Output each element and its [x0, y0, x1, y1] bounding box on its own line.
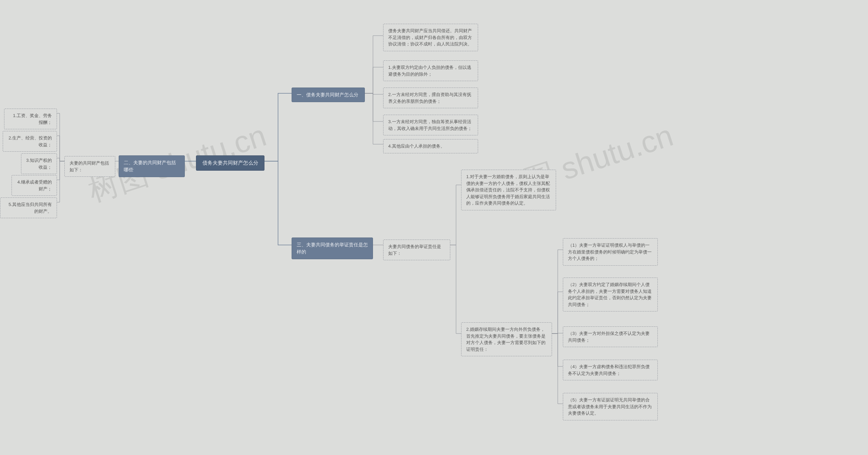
branch1-item-1: 1.夫妻双方约定由个人负担的债务，但以逃避债务为目的的除外；	[383, 60, 478, 81]
branch2-item-1: 2.生产、经营、投资的收益；	[3, 131, 57, 152]
branch2-item-0: 1.工资、奖金、劳务报酬；	[4, 109, 57, 129]
branch3-sub2-4: （5）夫妻一方有证据证明无共同举债的合意或者该债务未用于夫妻共同生活的不作为夫妻…	[563, 393, 658, 420]
branch3-item-1: 2.婚姻存续期间夫妻一方向外所负债务，首先推定为夫妻共同债务，要主张债务是对方个…	[461, 322, 552, 356]
branch2-item-2: 3.知识产权的收益；	[21, 153, 57, 174]
root-node[interactable]: 债务夫妻共同财产怎么分	[196, 155, 264, 171]
branch3-sub2-3: （4）夫妻一方虚构债务和违法犯罪所负债务不认定为夫妻共同债务；	[563, 360, 658, 380]
branch1-item-0: 债务夫妻共同财产应当共同偿还。共同财产不足清偿的，或财产归各自所有的，由双方协议…	[383, 24, 478, 51]
branch3-sub2-2: （3）夫妻一方对外担保之债不认定为夫妻共同债务；	[563, 326, 658, 347]
mindmap-canvas: 树图 shutu.cn 树图 shutu.cn 债务夫妻共同财产怎么分 一、债务…	[0, 0, 868, 455]
branch-2[interactable]: 二、夫妻的共同财产包括哪些	[119, 155, 185, 177]
branch2-item-3: 4.继承或者受赠的财产；	[12, 175, 57, 196]
branch1-item-4: 4.其他应由个人承担的债务。	[383, 139, 478, 153]
branch1-item-2: 2.一方未经对方同意，擅自资助与其没有抚养义务的亲朋所负的债务；	[383, 88, 478, 108]
branch3-item-0: 1.对于夫妻一方婚前债务，原则上认为是举债的夫妻一方的个人债务，债权人主张其配偶…	[461, 170, 556, 210]
branch3-sub: 夫妻共同债务的举证责任是如下：	[383, 240, 450, 260]
branch2-sub: 夫妻的共同财产包括如下：	[64, 156, 115, 177]
branch3-sub2-0: （1）夫妻一方举证证明债权人与举债的一方在婚里债权债务的时候明确约定为举债一方个…	[563, 238, 658, 266]
branch2-item-4: 5.其他应当归共同所有的财产。	[0, 197, 57, 218]
branch3-sub2-1: （2）夫妻双方约定了婚姻存续期间个人债务个人承担的，夫妻一方需要对债务人知道此约…	[563, 278, 658, 311]
branch1-item-3: 3.一方未经对方同意，独自筹资从事经营活动，其收入确未用于共同生活所负的债务；	[383, 115, 478, 135]
branch-1[interactable]: 一、债务夫妻共同财产怎么分	[292, 88, 365, 102]
branch-3[interactable]: 三、夫妻共同债务的举证责任是怎样的	[292, 238, 373, 259]
